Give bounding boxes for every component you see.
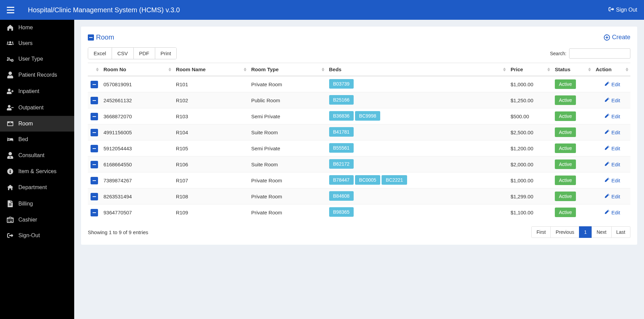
cell-room-type: Private Room [248, 204, 326, 221]
export-pdf-button[interactable]: PDF [134, 48, 155, 59]
page-1[interactable]: 1 [579, 226, 592, 238]
bed-badge[interactable]: B84608 [329, 191, 354, 201]
column-room-name[interactable]: Room Name [173, 63, 248, 76]
sidebar-item-user-type[interactable]: User Type [0, 51, 74, 67]
page-previous[interactable]: Previous [550, 226, 579, 238]
table-row: 4991156005R104Suite RoomB41781$2,500.00A… [88, 124, 630, 140]
column-status[interactable]: Status [552, 63, 593, 76]
sidebar-item-room[interactable]: Room [0, 116, 74, 132]
bed-badge[interactable]: B25166 [329, 95, 354, 105]
sort-icon [244, 67, 246, 71]
search-input[interactable] [569, 48, 630, 59]
edit-button[interactable]: Edit [605, 194, 620, 199]
column-room-no[interactable]: Room No [101, 63, 173, 76]
sidebar-item-label: Outpatient [18, 105, 44, 111]
sidebar-item-cashier[interactable]: Cashier [0, 212, 74, 228]
signout-link[interactable]: Sign Out [609, 6, 637, 13]
sidebar-item-sign-out[interactable]: Sign-Out [0, 228, 74, 243]
edit-button[interactable]: Edit [605, 97, 620, 103]
status-badge: Active [555, 127, 576, 137]
edit-button[interactable]: Edit [605, 210, 620, 215]
sidebar: HomeUsersUser TypePatient RecordsInpatie… [0, 20, 74, 319]
status-badge: Active [555, 111, 576, 121]
cell-room-type: Suite Room [248, 156, 326, 172]
row-collapse-button[interactable] [91, 81, 98, 88]
column-price[interactable]: Price [508, 63, 552, 76]
export-excel-button[interactable]: Excel [88, 48, 112, 59]
create-button[interactable]: Create [604, 34, 630, 41]
cell-price: $500.00 [508, 108, 552, 124]
sidebar-item-patient-records[interactable]: Patient Records [0, 67, 74, 83]
bed-badge[interactable]: BC9998 [355, 111, 381, 121]
sidebar-item-home[interactable]: Home [0, 20, 74, 35]
page-last[interactable]: Last [611, 226, 630, 238]
export-print-button[interactable]: Print [155, 48, 177, 59]
column-room-type[interactable]: Room Type [248, 63, 326, 76]
cell-price: $1,250.00 [508, 92, 552, 108]
edit-button[interactable]: Edit [605, 81, 620, 87]
bed-badge[interactable]: BC0005 [355, 175, 381, 185]
row-collapse-button[interactable] [91, 113, 98, 120]
row-collapse-button[interactable] [91, 97, 98, 104]
bed-badge[interactable]: B98365 [329, 207, 354, 217]
row-collapse-button[interactable] [91, 161, 98, 168]
sidebar-item-label: Item & Services [18, 168, 57, 174]
sidebar-item-label: User Type [18, 56, 43, 62]
column-action[interactable]: Action [593, 63, 630, 76]
edit-icon [605, 97, 610, 103]
edit-button[interactable]: Edit [605, 130, 620, 135]
sidebar-item-inpatient[interactable]: Inpatient [0, 83, 74, 100]
row-collapse-button[interactable] [91, 129, 98, 136]
cell-room-no: 0570819091 [101, 76, 173, 92]
export-csv-button[interactable]: CSV [112, 48, 134, 59]
bed-badge[interactable]: BC2221 [382, 175, 407, 185]
edit-button[interactable]: Edit [605, 146, 620, 151]
edit-button[interactable]: Edit [605, 113, 620, 119]
column-expand[interactable] [88, 63, 101, 76]
bed-badge[interactable]: B41781 [329, 127, 354, 137]
cell-price: $1,299.00 [508, 188, 552, 204]
sidebar-item-consultant[interactable]: Consultant [0, 147, 74, 164]
cell-action: Edit [593, 172, 630, 188]
cell-room-no: 4991156005 [101, 124, 173, 140]
users-icon [6, 41, 14, 46]
export-button-group: ExcelCSVPDFPrint [88, 47, 177, 59]
sidebar-item-department[interactable]: Department [0, 179, 74, 196]
bed-badge[interactable]: B55561 [329, 143, 354, 153]
bed-badge[interactable]: B36836 [329, 111, 354, 121]
page-first[interactable]: First [531, 226, 551, 238]
sidebar-item-bed[interactable]: Bed [0, 132, 74, 147]
sidebar-item-outpatient[interactable]: Outpatient [0, 100, 74, 116]
row-collapse-button[interactable] [91, 209, 98, 216]
table-row: 3668872070R103Semi PrivateB36836BC9998$5… [88, 108, 630, 124]
page-next[interactable]: Next [592, 226, 612, 238]
bed-badge[interactable]: B78447 [329, 175, 354, 185]
edit-button[interactable]: Edit [605, 162, 620, 167]
bed-badge[interactable]: B62172 [329, 159, 354, 169]
row-collapse-button[interactable] [91, 145, 98, 152]
sidebar-item-item-services[interactable]: Item & Services [0, 164, 74, 179]
edit-icon [605, 178, 610, 183]
home-icon [6, 25, 14, 31]
row-collapse-button[interactable] [91, 177, 98, 184]
cell-status: Active [552, 92, 593, 108]
cell-room-name: R103 [173, 108, 248, 124]
cell-action: Edit [593, 108, 630, 124]
edit-icon [605, 81, 610, 87]
edit-icon [605, 162, 610, 167]
column-beds[interactable]: Beds [326, 63, 508, 76]
status-badge: Active [555, 192, 576, 201]
cell-action: Edit [593, 140, 630, 156]
edit-button[interactable]: Edit [605, 178, 620, 183]
sort-icon [547, 67, 550, 71]
bed-badge[interactable]: B03739 [329, 79, 354, 89]
menu-toggle-button[interactable] [7, 7, 14, 13]
sidebar-item-billing[interactable]: Billing [0, 196, 74, 212]
sidebar-item-label: Home [18, 25, 33, 31]
sidebar-item-users[interactable]: Users [0, 35, 74, 51]
row-collapse-button[interactable] [91, 193, 98, 200]
table-row: 0570819091R101Private RoomB03739$1,000.0… [88, 76, 630, 92]
cell-room-name: R104 [173, 124, 248, 140]
collapse-section-icon[interactable] [88, 34, 94, 41]
plus-circle-icon [604, 34, 610, 41]
